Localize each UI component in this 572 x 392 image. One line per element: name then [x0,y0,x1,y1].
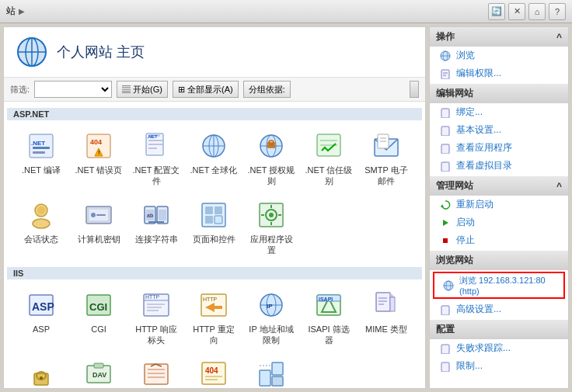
machine-key-item[interactable]: 计算机密钥 [71,194,127,262]
app-settings-label: 应用程序设置 [247,234,295,256]
dotnet-config-item[interactable]: .NET .NET 配置文件 [128,125,184,193]
top-bar-arrow: ▶ [19,7,25,16]
page-control-icon [198,199,229,231]
left-panel: 个人网站 主页 筛选: ▤ 开始(G) ⊞ 全部显示(A) 分组依据: ASP.… [3,26,426,389]
refresh-btn[interactable]: 🔄 [488,3,505,20]
advanced-icon [439,304,452,316]
aspnet-icons-grid: .NET .NET 编译 404 ! [7,122,422,264]
conn-string-label: 连接字符串 [135,234,178,245]
svg-text:HTTP: HTTP [203,297,218,302]
svg-rect-110 [441,109,449,118]
dotnet-global-item[interactable]: .NET 全球化 [186,125,242,193]
svg-text:HTTP: HTTP [145,294,160,300]
stop-icon [439,234,452,247]
limits-icon [439,360,452,373]
browse-ip-link[interactable]: 浏览 192.168.3.121:80(http) [433,272,565,299]
svg-rect-121 [441,345,449,354]
showall-btn[interactable]: ⊞ 全部显示(A) [173,81,239,98]
view-apps-link[interactable]: 查看应用程序 [430,139,568,157]
start-btn[interactable]: ▤ 开始(G) [117,81,168,98]
help-btn[interactable]: ? [549,3,566,20]
asp-label: ASP [33,324,50,335]
handler-icon [141,359,172,388]
http-redirect-item[interactable]: HTTP HTTP 重定向 [186,284,242,352]
stop-btn[interactable]: ✕ [508,3,525,20]
error-pages-icon: 404 [198,359,229,388]
dotnet-trust-item[interactable]: .NET 信任级别 [301,125,357,193]
dotnet-trust-icon [313,130,344,161]
mime-item[interactable]: MIME 类型 [358,284,414,352]
restart-link[interactable]: 重新启动 [430,196,568,213]
config-section: 配置 失败求跟踪... 限制... [430,320,568,375]
manage-collapse-icon[interactable]: ^ [556,181,562,192]
cgi-label: CGI [91,324,106,335]
conn-string-item[interactable]: ab 连接字符串 [128,194,184,262]
filter-label: 筛选: [10,84,30,95]
page-control-label: 页面和控件 [193,234,235,245]
webdav-item[interactable]: DAV WebDAV 创作规则 [71,353,127,388]
ssl-item[interactable]: SSL 设置 [13,353,69,388]
svg-rect-51 [205,216,213,224]
filter-select[interactable] [34,81,112,98]
ip-domain-item[interactable]: IP IP 地址和域限制 [243,284,299,352]
toolbar-scroll[interactable] [410,81,419,98]
svg-marker-115 [443,220,448,226]
ip-domain-icon: IP [256,290,287,321]
start-link[interactable]: 启动 [430,213,568,231]
handler-item[interactable]: 处理程序映射 [128,353,184,388]
error-pages-item[interactable]: 404 错误页 [186,353,242,388]
cgi-icon: CGI [83,290,114,321]
app-settings-item[interactable]: 应用程序设置 [243,194,299,262]
main-area: 个人网站 主页 筛选: ▤ 开始(G) ⊞ 全部显示(A) 分组依据: ASP.… [0,23,572,392]
operations-collapse-icon[interactable]: ^ [556,32,562,43]
asp-item[interactable]: ASP ASP [13,284,69,352]
edit-perms-link[interactable]: 编辑权限... [430,64,568,82]
start-icon [439,217,452,229]
modules-item[interactable]: 模块 [243,353,299,388]
stop-link[interactable]: 停止 [430,231,568,249]
dotnet-auth-item[interactable]: .NET 授权规则 [243,125,299,193]
isapi-item[interactable]: ISAPI ISAPI 筛选器 [301,284,357,352]
svg-rect-52 [214,216,222,224]
smtp-item[interactable]: SMTP 电子邮件 [358,125,414,193]
http-response-icon: HTTP [141,290,172,321]
svg-text:404: 404 [205,366,218,375]
group-btn[interactable]: 分组依据: [243,81,291,98]
svg-rect-91 [94,363,103,368]
svg-text:ab: ab [147,213,153,218]
restart-icon [439,199,452,211]
mime-icon [371,290,402,321]
http-response-item[interactable]: HTTP HTTP 响应标头 [128,284,184,352]
page-header: 个人网站 主页 [4,27,425,78]
content-area[interactable]: ASP.NET .NET .NET 编译 [4,102,425,388]
limits-link[interactable]: 限制... [430,357,568,375]
basic-settings-link[interactable]: 基本设置... [430,121,568,139]
page-control-item[interactable]: 页面和控件 [186,194,242,262]
aspnet-section-label: ASP.NET [7,108,422,120]
browse-link[interactable]: 浏览 [430,47,568,64]
http-redirect-icon: HTTP [198,290,229,321]
right-panel: 操作 ^ 浏览 [429,26,569,389]
dotnet-error-item[interactable]: 404 ! .NET 错误页 [71,125,127,193]
asp-icon: ASP [26,290,57,321]
advanced-link[interactable]: 高级设置... [430,300,568,318]
svg-rect-120 [441,306,449,315]
svg-text:CGI: CGI [89,301,107,313]
bind-link[interactable]: 绑定... [430,103,568,121]
svg-rect-82 [390,297,395,311]
view-vdir-link[interactable]: 查看虚拟目录 [430,157,568,175]
svg-rect-8 [33,151,45,154]
page-title: 个人网站 主页 [57,43,145,61]
svg-rect-113 [441,162,449,172]
dotnet-compile-item[interactable]: .NET .NET 编译 [13,125,69,193]
top-bar: 站 ▶ 🔄 ✕ ⌂ ? [0,0,572,23]
svg-marker-81 [390,293,395,297]
session-item[interactable]: 会话状态 [13,194,69,262]
home-btn[interactable]: ⌂ [528,3,546,20]
cgi-item[interactable]: CGI CGI [71,284,127,352]
fail-request-link[interactable]: 失败求跟踪... [430,339,568,357]
dotnet-compile-label: .NET 编译 [22,165,61,175]
machine-key-icon [83,199,114,231]
dotnet-auth-icon [256,130,287,161]
svg-point-55 [269,213,274,217]
